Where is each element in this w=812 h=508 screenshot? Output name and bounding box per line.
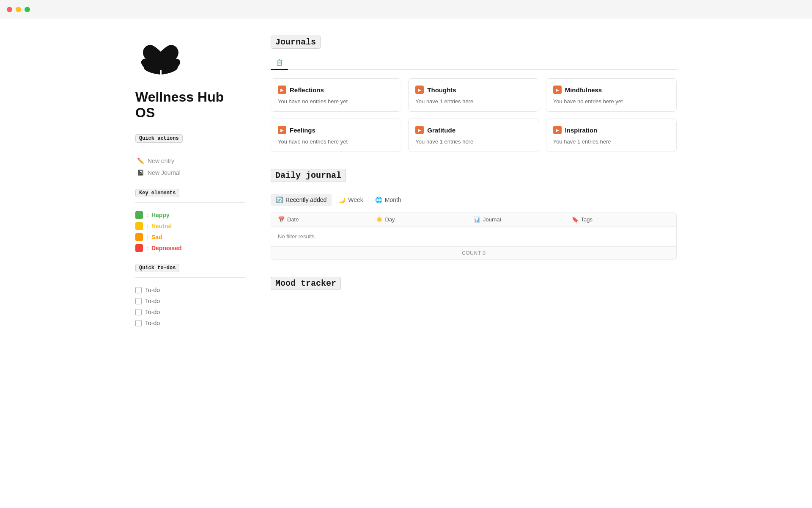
todo-label-2: To-do xyxy=(145,298,160,304)
mood-tracker-section: Mood tracker xyxy=(271,277,677,290)
daily-journal-table: 📅 Date ☀️ Day 📊 Journal 🔖 Tags xyxy=(271,213,677,260)
recently-added-icon: 🔄 xyxy=(276,196,283,203)
col-header-day[interactable]: ☀️ Day xyxy=(376,216,474,223)
table-empty-message: No filter results. xyxy=(271,226,676,246)
depressed-label: Depressed xyxy=(151,245,182,251)
maximize-button[interactable] xyxy=(25,7,30,12)
col-header-tags[interactable]: 🔖 Tags xyxy=(572,216,670,223)
date-col-icon: 📅 xyxy=(278,216,285,223)
happy-color-swatch xyxy=(135,211,143,219)
journal-card-header-feelings: ▶ Feelings xyxy=(278,126,394,134)
week-icon: 🌙 xyxy=(338,196,346,203)
journal-card-header-mindfulness: ▶ Mindfulness xyxy=(553,86,669,94)
sidebar: Wellness Hub OS Quick actions ✏️ New ent… xyxy=(135,36,245,329)
neutral-color-swatch xyxy=(135,222,143,230)
table-header: 📅 Date ☀️ Day 📊 Journal 🔖 Tags xyxy=(271,213,676,226)
journal-tab-grid[interactable]: 📋 xyxy=(271,55,288,70)
divider-2 xyxy=(135,202,245,203)
col-header-date[interactable]: 📅 Date xyxy=(278,216,376,223)
todo-label-3: To-do xyxy=(145,309,160,315)
sad-label: Sad xyxy=(151,234,162,240)
mindfulness-subtitle: You have no entries here yet xyxy=(553,98,669,105)
view-tab-week[interactable]: 🌙 Week xyxy=(333,194,368,206)
journal-card-mindfulness[interactable]: ▶ Mindfulness You have no entries here y… xyxy=(546,78,677,112)
todo-checkbox-3[interactable] xyxy=(135,309,142,315)
todo-item-3[interactable]: To-do xyxy=(135,306,245,318)
journal-grid: ▶ Reflections You have no entries here y… xyxy=(271,78,677,152)
journal-card-header-thoughts: ▶ Thoughts xyxy=(415,86,532,94)
new-journal-button[interactable]: 📓 New Journal xyxy=(135,167,245,179)
divider xyxy=(135,148,245,148)
content-area: Journals 📋 ▶ Reflections You have no ent… xyxy=(271,36,677,329)
month-label: Month xyxy=(385,196,401,203)
gratitude-subtitle: You have 1 entries here xyxy=(415,138,532,145)
todo-label-1: To-do xyxy=(145,287,160,293)
col-journal-label: Journal xyxy=(483,216,501,223)
key-elements-badge: Key elements xyxy=(135,189,179,197)
todo-item-4[interactable]: To-do xyxy=(135,318,245,329)
journals-section: Journals 📋 ▶ Reflections You have no ent… xyxy=(271,36,677,152)
journal-card-feelings[interactable]: ▶ Feelings You have no entries here yet xyxy=(271,119,401,152)
todo-item-1[interactable]: To-do xyxy=(135,284,245,295)
view-tab-recently-added[interactable]: 🔄 Recently added xyxy=(271,194,332,206)
key-element-sad: : Sad xyxy=(135,232,245,243)
col-tags-label: Tags xyxy=(581,216,593,223)
new-entry-button[interactable]: ✏️ New entry xyxy=(135,155,245,167)
journals-title: Journals xyxy=(271,36,321,49)
thoughts-icon: ▶ xyxy=(415,86,424,94)
key-element-happy: : Happy xyxy=(135,210,245,221)
depressed-colon: : xyxy=(146,245,148,251)
journal-card-thoughts[interactable]: ▶ Thoughts You have 1 entries here xyxy=(408,78,539,112)
notebook-icon: 📓 xyxy=(137,169,144,176)
new-entry-label: New entry xyxy=(148,157,174,164)
neutral-colon: : xyxy=(146,223,148,229)
mindfulness-title: Mindfulness xyxy=(565,86,602,94)
col-date-label: Date xyxy=(287,216,299,223)
divider-3 xyxy=(135,277,245,278)
sad-colon: : xyxy=(146,234,148,240)
view-tab-month[interactable]: 🌐 Month xyxy=(370,194,406,206)
reflections-subtitle: You have no entries here yet xyxy=(278,98,394,105)
feelings-icon: ▶ xyxy=(278,126,286,134)
titlebar xyxy=(0,0,812,19)
quick-actions-section: Quick actions ✏️ New entry 📓 New Journal xyxy=(135,134,245,179)
journal-col-icon: 📊 xyxy=(474,216,480,223)
close-button[interactable] xyxy=(7,7,12,12)
daily-journal-section: Daily journal 🔄 Recently added 🌙 Week 🌐 … xyxy=(271,169,677,260)
col-header-journal[interactable]: 📊 Journal xyxy=(474,216,572,223)
journal-card-header-inspiration: ▶ Inspiration xyxy=(553,126,669,134)
todo-checkbox-4[interactable] xyxy=(135,320,142,326)
sad-color-swatch xyxy=(135,233,143,241)
key-element-depressed: : Depressed xyxy=(135,243,245,254)
logo-icon xyxy=(135,36,186,78)
todo-item-2[interactable]: To-do xyxy=(135,295,245,306)
journal-card-inspiration[interactable]: ▶ Inspiration You have 1 entries here xyxy=(546,119,677,152)
gratitude-icon: ▶ xyxy=(415,126,424,134)
logo-container xyxy=(135,36,245,79)
tags-col-icon: 🔖 xyxy=(572,216,579,223)
todo-checkbox-1[interactable] xyxy=(135,287,142,293)
mindfulness-icon: ▶ xyxy=(553,86,562,94)
happy-colon: : xyxy=(146,212,148,218)
minimize-button[interactable] xyxy=(16,7,21,12)
main-container: Wellness Hub OS Quick actions ✏️ New ent… xyxy=(110,19,702,345)
inspiration-title: Inspiration xyxy=(565,127,598,134)
depressed-color-swatch xyxy=(135,244,143,252)
journal-card-gratitude[interactable]: ▶ Gratitude You have 1 entries here xyxy=(408,119,539,152)
table-footer: COUNT 0 xyxy=(271,246,676,260)
gratitude-title: Gratitude xyxy=(427,127,455,134)
todo-checkbox-2[interactable] xyxy=(135,298,142,304)
todo-label-4: To-do xyxy=(145,320,160,326)
journal-card-header-reflections: ▶ Reflections xyxy=(278,86,394,94)
day-col-icon: ☀️ xyxy=(376,216,383,223)
count-label: COUNT xyxy=(462,250,481,256)
key-element-neutral: : Neutral xyxy=(135,221,245,232)
journal-card-reflections[interactable]: ▶ Reflections You have no entries here y… xyxy=(271,78,401,112)
journal-grid-icon: 📋 xyxy=(276,59,283,66)
inspiration-icon: ▶ xyxy=(553,126,562,134)
mood-tracker-title: Mood tracker xyxy=(271,277,341,290)
week-label: Week xyxy=(348,196,363,203)
feelings-subtitle: You have no entries here yet xyxy=(278,138,394,145)
col-day-label: Day xyxy=(385,216,395,223)
new-journal-label: New Journal xyxy=(148,169,181,176)
